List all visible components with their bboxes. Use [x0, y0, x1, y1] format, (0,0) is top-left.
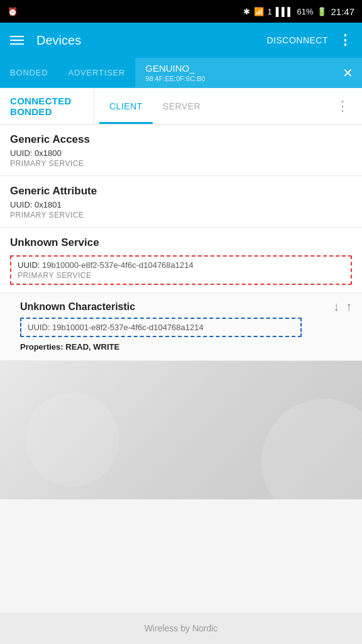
service-unknown: Unknown Service UUID: 19b10000-e8f2-537e… — [0, 228, 362, 293]
device-name: GENUINO_ — [145, 62, 205, 75]
device-tab[interactable]: GENUINO_ 98:4F:EE:0F:6C:B0 ✕ — [135, 58, 362, 87]
sim-icon: 1 — [268, 7, 272, 16]
disconnect-button[interactable]: DISCONNECT — [261, 31, 333, 49]
alarm-icon: ⏰ — [8, 7, 18, 16]
bonded-label: BONDED — [10, 106, 84, 117]
char-name: Unknown Characteristic — [20, 301, 135, 313]
service-generic-attribute: Generic Attribute UUID: 0x1801 PRIMARY S… — [0, 176, 362, 228]
footer: Wireless by Nordic — [0, 613, 362, 644]
tab-advertiser[interactable]: ADVERTISER — [58, 58, 135, 87]
connection-status: CONNECTED BONDED — [0, 88, 94, 124]
service-name: Unknown Service — [10, 236, 352, 249]
top-tabs: BONDED ADVERTISER GENUINO_ 98:4F:EE:0F:6… — [0, 58, 362, 88]
secondary-header: CONNECTED BONDED CLIENT SERVER ⋮ — [0, 88, 362, 125]
time: 21:47 — [331, 6, 354, 17]
service-uuid: UUID: 0x1800 — [10, 148, 352, 158]
service-generic-access: Generic Access UUID: 0x1800 PRIMARY SERV… — [0, 125, 362, 176]
tab-bonded[interactable]: BONDED — [0, 58, 58, 87]
upload-button[interactable]: ↑ — [346, 299, 352, 314]
char-uuid-highlighted: UUID: 19b10001-e8f2-537e-4f6c-d104768a12… — [20, 318, 302, 337]
battery-icon: 🔋 — [317, 7, 327, 16]
service-type: PRIMARY SERVICE — [10, 211, 352, 219]
characteristic-unknown: Unknown Characteristic ↓ ↑ UUID: 19b1000… — [0, 293, 362, 361]
tab-client[interactable]: CLIENT — [99, 88, 153, 124]
service-name: Generic Access — [10, 133, 352, 146]
overflow-menu-button[interactable]: ⋮ — [333, 27, 357, 53]
char-action-icons: ↓ ↑ — [333, 299, 352, 314]
char-uuid: UUID: 19b10001-e8f2-537e-4f6c-d104768a12… — [28, 323, 294, 332]
decorative-area — [0, 361, 362, 499]
tab-server[interactable]: SERVER — [153, 88, 211, 124]
content-area: Generic Access UUID: 0x1800 PRIMARY SERV… — [0, 125, 362, 361]
char-properties: Properties: READ, WRITE — [20, 342, 352, 352]
service-type: PRIMARY SERVICE — [10, 159, 352, 168]
toolbar: Devices DISCONNECT ⋮ — [0, 23, 362, 58]
status-bar: ⏰ ✱ 📶 1 ▌▌▌ 61% 🔋 21:47 — [0, 0, 362, 23]
inner-tabs: CLIENT SERVER ⋮ — [94, 88, 362, 124]
service-uuid: UUID: 19b10000-e8f2-537e-4f6c-d104768a12… — [18, 260, 344, 270]
footer-label: Wireless by Nordic — [145, 623, 218, 633]
service-uuid-highlighted: UUID: 19b10000-e8f2-537e-4f6c-d104768a12… — [10, 255, 352, 285]
download-button[interactable]: ↓ — [333, 299, 339, 314]
service-uuid: UUID: 0x1801 — [10, 200, 352, 209]
wifi-icon: 📶 — [254, 7, 264, 16]
signal-icon: ▌▌▌ — [276, 7, 293, 16]
menu-button[interactable] — [5, 31, 29, 50]
service-name: Generic Attribute — [10, 185, 352, 197]
device-mac: 98:4F:EE:0F:6C:B0 — [145, 74, 205, 83]
toolbar-title: Devices — [36, 33, 261, 48]
service-type: PRIMARY SERVICE — [18, 271, 344, 280]
close-device-tab-button[interactable]: ✕ — [340, 63, 356, 83]
inner-overflow-button[interactable]: ⋮ — [328, 96, 357, 117]
bluetooth-icon: ✱ — [243, 7, 250, 16]
connected-label: CONNECTED — [10, 96, 84, 106]
battery-percent: 61% — [297, 7, 313, 16]
